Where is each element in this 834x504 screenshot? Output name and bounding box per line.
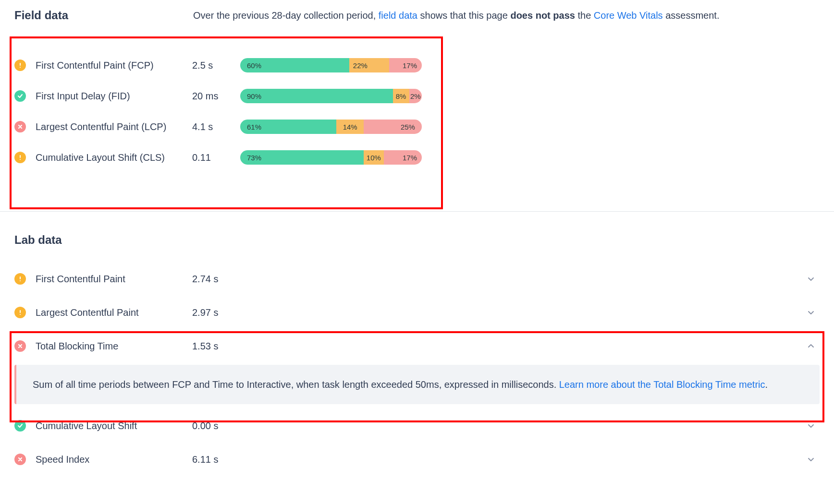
lab-data-metrics: First Contentful Paint2.74 sLargest Cont… [14,262,820,476]
svg-rect-1 [20,67,21,68]
chevron-down-icon[interactable] [806,274,820,284]
chevron-down-icon[interactable] [806,308,820,317]
metric-name: First Input Delay (FID) [36,90,192,103]
svg-rect-0 [20,63,21,66]
error-icon [14,121,26,132]
metric-name: Speed Index [36,453,192,466]
status-col [14,273,36,285]
learn-more-link[interactable]: Learn more about the Total Blocking Time… [559,379,765,390]
core-web-vitals-link[interactable]: Core Web Vitals [594,10,663,21]
field-data-header: Field data Over the previous 28-day coll… [14,0,820,22]
chevron-up-icon[interactable] [806,341,820,351]
error-icon [14,454,26,465]
status-col [14,60,36,71]
detail-text: Sum of all time periods between FCP and … [33,379,559,390]
metric-name: Cumulative Layout Shift [36,420,192,432]
svg-rect-3 [20,159,21,160]
svg-rect-4 [20,276,21,279]
field-data-link[interactable]: field data [379,10,417,21]
lab-metric-row[interactable]: Cumulative Layout Shift0.00 s [14,409,820,443]
segment-poor: 2% [409,89,422,103]
status-col [14,340,36,352]
segment-ok: 8% [393,89,409,103]
segment-ok: 22% [349,58,389,72]
status-col [14,121,36,132]
svg-rect-6 [20,310,21,313]
desc-text: shows that this page [420,10,511,21]
field-data-title: Field data [14,9,68,22]
status-col [14,420,36,432]
segment-good: 73% [240,150,364,165]
check-icon [14,420,26,432]
assessment-status: does not pass [510,10,575,21]
metric-name: Largest Contentful Paint [36,306,192,319]
field-data-description: Over the previous 28-day collection peri… [193,9,719,22]
chevron-down-icon[interactable] [806,455,820,464]
metric-name: First Contentful Paint [36,273,192,286]
segment-poor: 17% [389,58,422,72]
metric-value: 2.97 s [192,307,240,318]
metric-name: Cumulative Layout Shift (CLS) [36,151,192,164]
segment-ok: 10% [364,150,384,165]
metric-value: 1.53 s [192,341,240,352]
field-metric-row: Largest Contentful Paint (LCP)4.1 s61%14… [14,111,433,142]
metric-value: 0.00 s [192,420,240,432]
metric-detail-panel: Sum of all time periods between FCP and … [14,365,820,404]
divider [0,211,834,212]
warning-icon [14,307,26,318]
field-data-metrics: First Contentful Paint (FCP)2.5 s60%22%1… [14,50,433,173]
warning-icon [14,273,26,285]
warning-icon [14,152,26,163]
error-icon [14,340,26,352]
detail-text: . [765,379,768,390]
status-col [14,454,36,465]
metric-value: 20 ms [192,91,240,102]
desc-text: Over the previous 28-day collection peri… [193,10,379,21]
metric-value: 0.11 [192,152,240,163]
lab-data-section: Lab data First Contentful Paint2.74 sLar… [14,233,820,476]
metric-name: Total Blocking Time [36,340,192,353]
distribution-bar: 60%22%17% [240,58,422,72]
lab-data-title: Lab data [14,233,820,247]
desc-text: the [577,10,593,21]
segment-good: 61% [240,120,336,134]
svg-rect-7 [20,314,21,315]
segment-ok: 14% [336,120,364,134]
metric-value: 2.74 s [192,274,240,285]
metric-value: 2.5 s [192,60,240,71]
segment-poor: 25% [364,120,422,134]
status-col [14,152,36,163]
distribution-bar: 61%14%25% [240,120,422,134]
distribution-bar: 73%10%17% [240,150,422,165]
status-col [14,307,36,318]
svg-rect-2 [20,155,21,158]
lab-metric-row[interactable]: Total Blocking Time1.53 s [14,329,820,363]
desc-text: assessment. [665,10,719,21]
lab-metric-row[interactable]: First Contentful Paint2.74 s [14,262,820,296]
status-col [14,90,36,102]
lab-metric-row[interactable]: Speed Index6.11 s [14,443,820,476]
warning-icon [14,60,26,71]
segment-good: 90% [240,89,393,103]
metric-name: First Contentful Paint (FCP) [36,59,192,72]
lab-metric-row[interactable]: Largest Contentful Paint2.97 s [14,296,820,329]
svg-rect-5 [20,280,21,281]
segment-poor: 17% [384,150,422,165]
field-metric-row: Cumulative Layout Shift (CLS)0.1173%10%1… [14,142,433,173]
metric-name: Largest Contentful Paint (LCP) [36,120,192,133]
check-icon [14,90,26,102]
metric-value: 4.1 s [192,121,240,132]
distribution-bar: 90%8%2% [240,89,422,103]
field-metric-row: First Input Delay (FID)20 ms90%8%2% [14,81,433,111]
field-metric-row: First Contentful Paint (FCP)2.5 s60%22%1… [14,50,433,81]
segment-good: 60% [240,58,349,72]
chevron-down-icon[interactable] [806,421,820,431]
metric-value: 6.11 s [192,454,240,465]
